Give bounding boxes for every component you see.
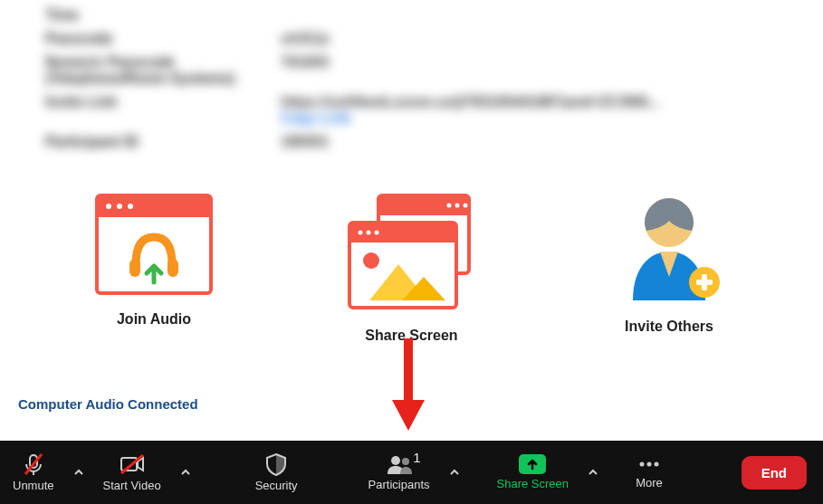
svg-marker-24: [392, 400, 425, 431]
svg-point-34: [647, 462, 652, 467]
annotation-arrow-icon: [390, 335, 426, 434]
audio-status: Computer Audio Connected: [18, 396, 198, 412]
share-screen-button[interactable]: Share Screen: [484, 441, 582, 504]
svg-point-32: [402, 458, 409, 465]
invite-others-card[interactable]: Invite Others: [551, 194, 787, 335]
chevron-up-icon: [73, 467, 84, 478]
security-label: Security: [255, 479, 298, 492]
participants-count: 1: [413, 450, 420, 465]
info-label: Invite Link: [45, 94, 281, 127]
unmute-label: Unmute: [13, 479, 54, 492]
info-value: uh3Cjn: [281, 31, 778, 47]
participants-options-chevron[interactable]: [443, 441, 466, 504]
meeting-info-panel: Time Passcodeuh3Cjn Numeric Passcode (Te…: [0, 0, 823, 150]
svg-rect-1: [97, 195, 211, 217]
join-audio-card[interactable]: Join Audio: [36, 194, 272, 328]
info-label: Numeric Passcode (Telephone/Room Systems…: [45, 54, 281, 87]
share-screen-icon: [344, 194, 480, 311]
svg-point-15: [366, 231, 370, 235]
video-off-icon: [119, 452, 146, 476]
chevron-up-icon: [180, 467, 191, 478]
svg-point-4: [128, 204, 133, 209]
start-video-label: Start Video: [103, 479, 161, 492]
participants-button[interactable]: 1 Participants: [356, 441, 443, 504]
join-audio-label: Join Audio: [117, 311, 191, 328]
info-value: 180001: [281, 134, 778, 150]
meeting-toolbar: Unmute Start Video Security: [0, 441, 823, 504]
security-button[interactable]: Security: [243, 441, 311, 504]
more-label: More: [636, 476, 663, 490]
svg-point-11: [463, 204, 467, 208]
svg-point-10: [455, 204, 459, 208]
info-label: Passcode: [45, 31, 281, 47]
more-button[interactable]: More: [623, 441, 675, 504]
audio-options-chevron[interactable]: [67, 441, 91, 504]
headphones-icon: [95, 194, 213, 295]
svg-rect-28: [121, 458, 137, 471]
share-options-chevron[interactable]: [581, 441, 605, 504]
share-screen-toolbar-label: Share Screen: [497, 477, 569, 490]
copy-link: Copy Link: [281, 110, 350, 126]
end-button[interactable]: End: [742, 456, 807, 490]
info-value: [281, 7, 778, 24]
action-cards-row: Join Audio Share Screen: [0, 157, 823, 344]
invite-person-icon: [610, 194, 728, 302]
chevron-up-icon: [449, 467, 460, 478]
mic-muted-icon: [22, 452, 45, 476]
invite-others-label: Invite Others: [625, 319, 713, 335]
shield-icon: [265, 452, 287, 476]
svg-rect-6: [167, 259, 178, 277]
svg-point-17: [363, 252, 379, 269]
share-screen-label: Share Screen: [365, 328, 457, 344]
video-options-chevron[interactable]: [174, 441, 197, 504]
share-screen-card[interactable]: Share Screen: [294, 194, 530, 344]
info-label: Time: [45, 7, 281, 24]
svg-point-9: [446, 204, 451, 208]
start-video-button[interactable]: Start Video: [91, 441, 174, 504]
info-value: https://us04web.zoom.us/j/78310544188?pw…: [281, 94, 778, 127]
svg-point-14: [358, 231, 362, 235]
info-label: Participant ID: [45, 134, 281, 150]
more-icon: [636, 455, 663, 473]
svg-rect-5: [129, 259, 140, 277]
svg-point-33: [640, 462, 645, 467]
svg-rect-13: [349, 223, 456, 242]
svg-point-16: [374, 231, 378, 235]
svg-point-31: [391, 456, 400, 465]
share-arrow-icon: [519, 454, 546, 474]
svg-point-3: [117, 204, 122, 209]
chevron-up-icon: [588, 467, 598, 478]
svg-point-2: [106, 204, 111, 209]
participants-icon: [386, 453, 413, 475]
svg-rect-22: [696, 280, 713, 285]
svg-point-35: [655, 462, 659, 467]
unmute-button[interactable]: Unmute: [0, 441, 67, 504]
participants-label: Participants: [368, 478, 430, 491]
info-value: 761843: [281, 54, 778, 87]
